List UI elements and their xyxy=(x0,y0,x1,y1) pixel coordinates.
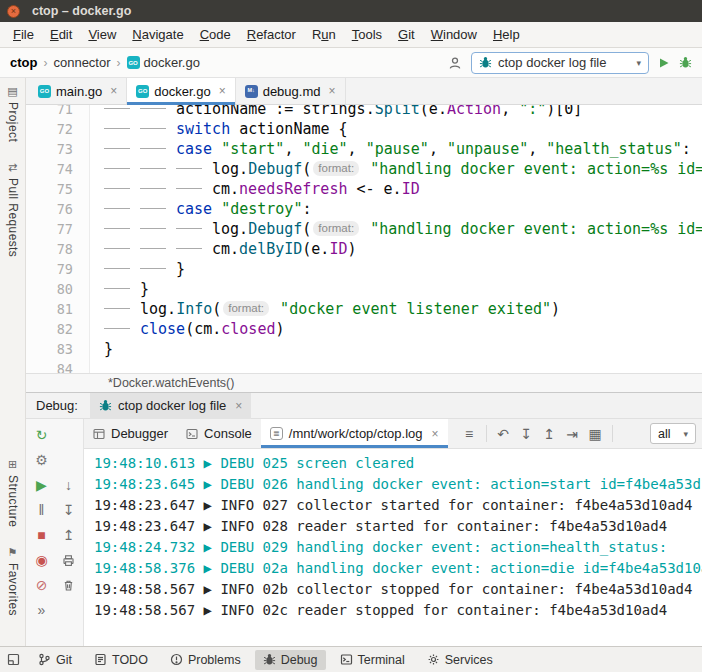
resume-icon[interactable]: ▶ xyxy=(30,474,53,496)
code-line[interactable]: 82close(cm.closed) xyxy=(26,319,702,339)
close-icon[interactable]: × xyxy=(235,399,242,413)
code-token: needsRefresh xyxy=(239,180,347,198)
menu-edit[interactable]: Edit xyxy=(42,27,80,42)
code-token xyxy=(212,140,221,158)
line-number[interactable]: 74 xyxy=(26,159,90,179)
step-over-icon[interactable]: ↓ xyxy=(57,474,80,496)
line-number[interactable]: 72 xyxy=(26,119,90,139)
editor-tab-debug.md[interactable]: M↓debug.md× xyxy=(236,78,346,104)
layout-settings-icon[interactable]: ▦ xyxy=(584,423,607,445)
code-line[interactable]: 76case "destroy": xyxy=(26,199,702,219)
log-line: 19:48:10.613 ▶ DEBU 025 screen cleared xyxy=(94,453,702,474)
menu-refactor[interactable]: Refactor xyxy=(239,27,304,42)
editor-tab-docker.go[interactable]: GOdocker.go× xyxy=(127,78,235,104)
tool-window-button-structure[interactable]: ⊞Structure xyxy=(6,459,20,527)
line-number[interactable]: 84 xyxy=(26,359,90,373)
debug-button[interactable] xyxy=(679,56,692,69)
menu-git[interactable]: Git xyxy=(390,27,423,42)
more-actions-icon[interactable]: » xyxy=(30,599,53,621)
menu-window[interactable]: Window xyxy=(423,27,485,42)
line-number[interactable]: 82 xyxy=(26,319,90,339)
status-item-git[interactable]: Git xyxy=(30,650,80,670)
tool-window-button-pull-requests[interactable]: ⇄Pull Requests xyxy=(6,162,20,257)
close-tab-icon[interactable]: × xyxy=(431,427,438,441)
view-options-icon[interactable]: ≡ xyxy=(458,423,481,445)
line-number[interactable]: 75 xyxy=(26,179,90,199)
code-editor[interactable]: 71actionName := strings.Split(e.Action, … xyxy=(26,105,702,373)
breadcrumb-item-docker.go[interactable]: GOdocker.go xyxy=(125,55,202,70)
status-item-terminal[interactable]: Terminal xyxy=(332,650,413,670)
view-breakpoints-icon[interactable]: ◉ xyxy=(30,549,53,571)
debug-tab-console[interactable]: Console xyxy=(177,419,261,448)
step-out-icon[interactable]: ↥ xyxy=(57,524,80,546)
debug-session-tab[interactable]: ctop docker log file × xyxy=(90,393,251,419)
menu-navigate[interactable]: Navigate xyxy=(124,27,191,42)
mute-breakpoints-icon[interactable]: ⊘ xyxy=(30,574,53,596)
debug-tab-debugger[interactable]: Debugger xyxy=(84,419,177,448)
menu-help[interactable]: Help xyxy=(485,27,528,42)
close-tab-icon[interactable]: × xyxy=(110,84,117,98)
services-icon xyxy=(427,653,440,666)
debug-tab-ctop-log[interactable]: ≣/mnt/work/ctop/ctop.log× xyxy=(261,419,448,448)
rerun-icon[interactable]: ↻ xyxy=(30,424,53,446)
code-line[interactable]: 80} xyxy=(26,279,702,299)
step-into-icon[interactable]: ↧ xyxy=(57,499,80,521)
line-number[interactable]: 73 xyxy=(26,139,90,159)
tool-window-button-project[interactable]: ▤Project xyxy=(6,86,20,142)
breadcrumb-item-ctop[interactable]: ctop xyxy=(8,55,39,70)
menu-file[interactable]: File xyxy=(5,27,42,42)
stop-icon[interactable]: ■ xyxy=(30,524,53,546)
code-line[interactable]: 78cm.delByID(e.ID) xyxy=(26,239,702,259)
editor-tab-main.go[interactable]: GOmain.go× xyxy=(29,78,127,104)
code-line[interactable]: 75cm.needsRefresh <- e.ID xyxy=(26,179,702,199)
window-close-button[interactable]: × xyxy=(7,5,20,18)
tool-window-button-favorites[interactable]: ⚑Favorites xyxy=(6,547,20,616)
log-output[interactable]: 19:48:10.613 ▶ DEBU 025 screen cleared19… xyxy=(84,449,702,646)
code-line[interactable]: 74log.Debugf(format: "handling docker ev… xyxy=(26,159,702,179)
clear-log-icon[interactable] xyxy=(57,574,80,596)
code-line[interactable]: 84 xyxy=(26,359,702,373)
code-token: actionName { xyxy=(230,120,347,138)
status-item-problems[interactable]: Problems xyxy=(162,650,249,670)
line-number[interactable]: 81 xyxy=(26,299,90,319)
menu-tools[interactable]: Tools xyxy=(344,27,390,42)
tab-whitespace xyxy=(176,159,212,179)
context-breadcrumb[interactable]: *Docker.watchEvents() xyxy=(108,376,234,390)
status-item-todo[interactable]: TODO xyxy=(86,650,156,670)
line-number[interactable]: 77 xyxy=(26,219,90,239)
user-settings-icon[interactable] xyxy=(448,56,462,70)
close-tab-icon[interactable]: × xyxy=(219,84,226,98)
print-icon[interactable] xyxy=(57,549,80,571)
pause-icon[interactable]: ‖ xyxy=(30,499,53,521)
status-item-services[interactable]: Services xyxy=(419,650,501,670)
line-number[interactable]: 80 xyxy=(26,279,90,299)
line-number[interactable]: 79 xyxy=(26,259,90,279)
code-line[interactable]: 83} xyxy=(26,339,702,359)
code-line[interactable]: 77log.Debugf(format: "handling docker ev… xyxy=(26,219,702,239)
code-line[interactable]: 73case "start", "die", "pause", "unpause… xyxy=(26,139,702,159)
code-line[interactable]: 72switch actionName { xyxy=(26,119,702,139)
run-config-label: ctop docker log file xyxy=(498,55,606,70)
status-item-debug[interactable]: Debug xyxy=(255,650,326,670)
tool-windows-toggle-icon[interactable] xyxy=(7,653,20,666)
scroll-to-top-icon[interactable]: ↥ xyxy=(538,423,561,445)
menu-run[interactable]: Run xyxy=(304,27,344,42)
line-number[interactable]: 78 xyxy=(26,239,90,259)
breadcrumb-item-connector[interactable]: connector xyxy=(51,55,112,70)
modify-run-config-icon[interactable]: ⚙ xyxy=(30,449,53,471)
restore-layout-icon[interactable]: ↶ xyxy=(492,423,515,445)
code-line[interactable]: 79} xyxy=(26,259,702,279)
line-number[interactable]: 83 xyxy=(26,339,90,359)
scroll-to-end-icon[interactable]: ↧ xyxy=(515,423,538,445)
code-line[interactable]: 71actionName := strings.Split(e.Action, … xyxy=(26,105,702,119)
line-number[interactable]: 76 xyxy=(26,199,90,219)
code-line[interactable]: 81log.Info(format: "docker event listene… xyxy=(26,299,702,319)
close-tab-icon[interactable]: × xyxy=(328,84,335,98)
log-level-filter[interactable]: all ▾ xyxy=(650,423,696,444)
line-number[interactable]: 71 xyxy=(26,105,90,119)
run-button[interactable] xyxy=(658,57,670,69)
jump-to-source-icon[interactable]: ⇥ xyxy=(561,423,584,445)
run-config-select[interactable]: ctop docker log file ▾ xyxy=(471,52,649,74)
menu-view[interactable]: View xyxy=(80,27,124,42)
menu-code[interactable]: Code xyxy=(192,27,239,42)
